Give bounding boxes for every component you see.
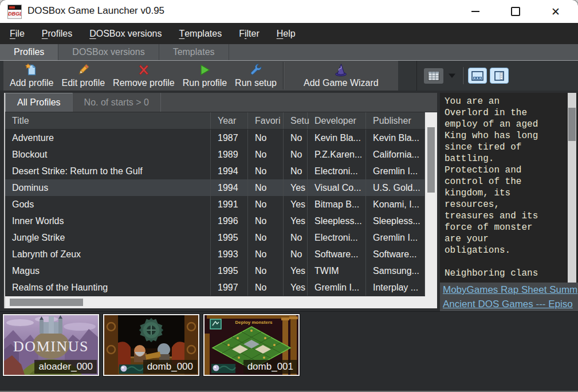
cell-favori: No [248,229,284,246]
column-header-developer[interactable]: Developer [308,112,366,129]
table-row-blockout[interactable]: Blockout1989NoNoP.Z.Karen...California..… [5,146,437,163]
add-profile-label: Add profile [10,77,54,89]
cell-favori: No [248,130,284,146]
screenshot-thumbnail-dominus-title[interactable]: DOMINUS aloader_000 [3,314,99,376]
table-vertical-scrollbar[interactable] [425,112,437,296]
cell-developer: Software... [308,246,366,262]
board-caption-text: Deploy monsters [235,320,273,325]
tab-profiles[interactable]: Profiles [0,44,58,60]
run-setup-icon [249,62,263,77]
cell-publisher: Sleepless... [366,213,425,229]
app-icon-text: DBGL [8,10,21,18]
cell-developer: Electroni... [308,229,366,246]
cell-favori: No [248,262,284,279]
minimize-button[interactable] [462,0,489,23]
maximize-button[interactable] [502,0,529,23]
toggle-side-panel-button[interactable] [490,68,509,84]
external-link-ancient-dos-ga[interactable]: Ancient DOS Games --- Episo [443,297,578,311]
cell-year: 1994 [211,163,248,179]
table-row-labrynth-of-zeux[interactable]: Labrynth of Zeux1993NoNoSoftware...Softw… [5,246,437,262]
table-row-gods[interactable]: Gods1991NoYesBitmap B...Konami, I... [5,196,437,213]
screenshots-panel-icon [471,71,483,81]
cell-setu: Yes [284,179,308,196]
toolbar-separator [462,67,463,84]
cell-year: 1997 [211,279,248,296]
cell-title: Dominus [5,179,211,196]
screenshot-label: domb_000 [143,360,197,374]
toggle-screenshots-panel-button[interactable] [468,68,487,84]
cell-favori: No [248,246,284,262]
cell-developer: P.Z.Karen... [308,146,366,163]
table-row-jungle-strike[interactable]: Jungle Strike1995NoNoElectroni...Gremlin… [5,229,437,246]
cell-favori: No [248,213,284,229]
remove-profile-label: Remove profile [113,77,175,89]
cell-publisher: Kevin Bla... [366,130,425,146]
cell-setu: Yes [284,213,308,229]
table-horizontal-scrollbar[interactable] [5,296,437,308]
add-game-wizard-label: Add Game Wizard [304,77,379,89]
close-button[interactable]: ✕ [542,0,569,23]
remove-profile-button[interactable]: Remove profile [109,61,179,91]
table-row-magus[interactable]: Magus1995NoYesTWIMSamsung... [5,262,437,279]
cell-publisher: Samsung... [366,262,425,279]
column-header-title[interactable]: Title [5,112,211,129]
menu-dosbox-versions[interactable]: DOSBox versions [81,23,170,44]
cell-title: Desert Strike: Return to the Gulf [5,163,211,179]
add-game-wizard-button[interactable]: Add Game Wizard [286,61,396,91]
table-row-realms-of-the-haunting[interactable]: Realms of the Haunting1997NoYesGremlin I… [5,279,437,296]
menu-filter[interactable]: Filter [230,23,268,44]
edit-profile-button[interactable]: Edit profile [58,61,109,91]
view-dropdown-button[interactable] [446,68,458,84]
cell-setu: No [284,163,308,179]
horizontal-scrollbar-thumb[interactable] [10,299,83,306]
vertical-scrollbar-thumb[interactable] [427,127,435,193]
run-setup-button[interactable]: Run setup [231,61,281,91]
add-profile-button[interactable]: Add profile [6,61,58,91]
tab-templates[interactable]: Templates [159,44,229,60]
table-row-dominus[interactable]: Dominus1994NoYesVisual Co...U.S. Gold... [5,179,437,196]
column-header-setu[interactable]: Setu [284,112,308,129]
table-row-adventure[interactable]: Adventure1987NoNoKevin Bla...Kevin Bla..… [5,130,437,146]
screenshots-strip: DOMINUS aloader_000 [0,311,578,392]
column-header-year[interactable]: Year [211,112,248,129]
cell-favori: No [248,179,284,196]
screenshot-thumbnail-domb-001[interactable]: Deploy monsters domb_001 [203,314,300,376]
table-row-desert-strike-return-to-the-gulf[interactable]: Desert Strike: Return to the Gulf1994NoN… [5,163,437,179]
cell-title: Labrynth of Zeux [5,246,211,262]
cell-publisher: Software... [366,246,425,262]
cell-setu: Yes [284,196,308,213]
menu-profiles[interactable]: Profiles [33,23,81,44]
view-controls [416,61,509,91]
run-setup-label: Run setup [235,77,277,89]
menu-help[interactable]: Help [268,23,304,44]
column-header-favori[interactable]: Favori [248,112,284,129]
filter-tab-no-of-starts-0[interactable]: No. of starts > 0 [73,93,161,112]
cell-year: 1993 [211,246,248,262]
links-panel: MobyGames Rap Sheet SummAncient DOS Game… [440,283,578,311]
notes-scrollbar[interactable] [568,93,576,283]
app-icon: DBGL [7,5,22,19]
cell-year: 1994 [211,179,248,196]
cell-developer: Sleepless... [308,213,366,229]
menu-file[interactable]: File [1,23,33,44]
minimize-icon [471,11,479,12]
filter-tab-all-profiles[interactable]: All Profiles [5,93,73,112]
toolbar-separator [283,62,284,89]
notes-scrollbar-thumb[interactable] [568,108,576,141]
game-notes-panel: You are an Overlord in the employ of an … [440,93,578,283]
cell-title: Gods [5,196,211,213]
table-view-button[interactable] [424,68,443,84]
run-profile-icon [198,62,211,77]
tab-dosbox-versions[interactable]: DOSBox versions [58,44,159,60]
table-row-inner-worlds[interactable]: Inner Worlds1996NoYesSleepless...Sleeple… [5,213,437,229]
cell-title: Inner Worlds [5,213,211,229]
cell-publisher: U.S. Gold... [366,179,425,196]
column-header-publisher[interactable]: Publisher [366,112,425,129]
cell-year: 1995 [211,262,248,279]
menu-templates[interactable]: Templates [170,23,230,44]
external-link-mobygames-rap[interactable]: MobyGames Rap Sheet Summ [443,283,578,297]
screenshot-thumbnail-domb-000[interactable]: domb_000 [103,314,199,376]
run-profile-button[interactable]: Run profile [179,61,231,91]
side-panel-icon [494,71,504,81]
edit-profile-icon [76,62,90,77]
